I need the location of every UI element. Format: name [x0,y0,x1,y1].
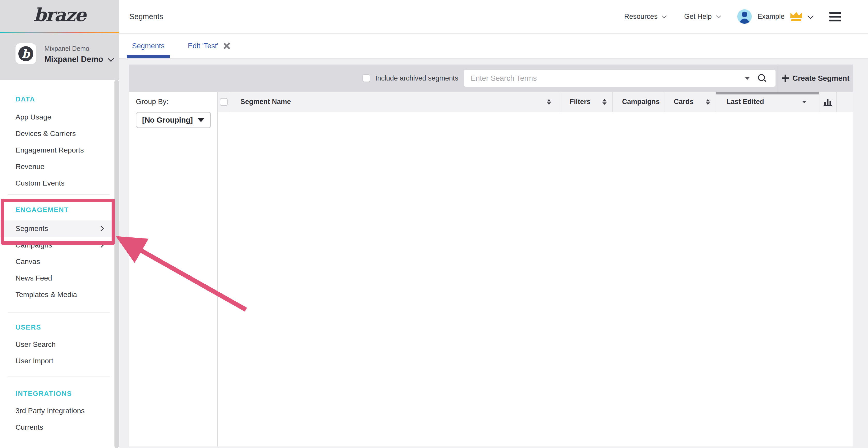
braze-logo: braze [0,4,119,26]
page-title: Segments [129,12,163,21]
column-campaigns[interactable]: Campaigns [612,92,664,112]
chevron-down-icon [108,56,114,62]
get-help-menu[interactable]: Get Help [684,13,720,21]
section-header-integrations: INTEGRATIONS [0,385,119,402]
sidebar-item-devices-carriers[interactable]: Devices & Carriers [0,126,119,142]
workspace-logo-icon: b [18,46,33,61]
hamburger-menu-icon[interactable] [829,12,841,22]
section-header-users: USERS [0,319,119,336]
chevron-down-icon[interactable] [807,13,813,19]
column-label: Segment Name [241,98,291,106]
search-dropdown-caret-icon[interactable] [745,77,750,80]
column-last-edited[interactable]: Last Edited [716,92,819,112]
sidebar-item-engagement-reports[interactable]: Engagement Reports [0,142,119,159]
sidebar-divider [8,194,110,195]
column-label: Last Edited [726,98,764,106]
sidebar-item-user-import[interactable]: User Import [0,353,119,369]
person-icon [742,12,747,17]
sidebar-item-app-usage[interactable]: App Usage [0,109,119,126]
sidebar-item-news-feed[interactable]: News Feed [0,270,119,286]
braze-dashboard: braze b Mixpanel Demo Mixpanel Demo DATA… [0,0,868,448]
column-cards[interactable]: Cards [664,92,716,112]
group-by-panel: Group By: [No Grouping] [129,92,218,446]
user-name: Example [757,13,784,21]
sidebar-item-custom-events[interactable]: Custom Events [0,175,119,192]
sidebar-item-campaigns[interactable]: Campaigns [0,237,119,253]
tab-label: Segments [132,42,164,50]
column-analytics[interactable] [819,92,836,112]
resources-label: Resources [624,13,657,21]
segments-toolbar: Include archived segments Create Segment [129,65,853,92]
sidebar-header: braze b Mixpanel Demo Mixpanel Demo [0,0,119,80]
group-by-value: [No Grouping] [142,116,193,125]
search-input[interactable] [464,70,776,87]
resources-menu[interactable]: Resources [624,13,666,21]
segments-table: Segment Name Filters Campaigns Cards [218,92,853,446]
header-filler-cell [836,92,853,112]
workspace-name-label: Mixpanel Demo [44,55,103,64]
close-icon[interactable] [223,43,230,49]
section-header-engagement: ENGAGEMENT [0,202,119,218]
include-archived-checkbox[interactable] [363,74,370,82]
chevron-right-icon [98,226,104,231]
table-header: Segment Name Filters Campaigns Cards [218,92,853,112]
get-help-label: Get Help [684,13,712,21]
sidebar-nav: DATA App Usage Devices & Carriers Engage… [0,80,119,448]
group-by-select[interactable]: [No Grouping] [136,112,211,128]
segments-panel: Include archived segments Create Segment… [129,65,853,446]
create-segment-button[interactable]: Create Segment [778,65,853,92]
sidebar: braze b Mixpanel Demo Mixpanel Demo DATA… [0,0,119,448]
group-by-label: Group By: [136,98,217,106]
sidebar-scrollbar[interactable] [115,80,119,448]
column-filters[interactable]: Filters [560,92,612,112]
column-label: Filters [570,98,591,106]
tab-label: Edit 'Test' [188,42,218,50]
sort-icon[interactable] [602,99,607,105]
column-label: Campaigns [622,98,660,106]
sidebar-item-revenue[interactable]: Revenue [0,159,119,175]
chevron-down-icon [716,13,721,18]
sidebar-item-label: Segments [16,225,48,233]
crown-icon [790,12,802,21]
user-avatar[interactable] [737,9,752,24]
select-all-checkbox[interactable] [220,98,227,106]
section-header-data: DATA [0,91,119,107]
sidebar-item-canvas[interactable]: Canvas [0,253,119,270]
tab-edit-test[interactable]: Edit 'Test' [183,34,235,58]
sidebar-item-templates-media[interactable]: Templates & Media [0,286,119,303]
table-body-empty [218,112,853,446]
chevron-down-icon [662,13,667,18]
caret-down-icon [197,118,205,122]
tab-bar: Segments Edit 'Test' [119,34,868,59]
person-icon [740,19,749,24]
top-bar-right: Resources Get Help Example [624,9,841,24]
chevron-right-icon [98,242,104,248]
sidebar-item-label: Campaigns [16,241,52,249]
column-label: Cards [674,98,693,106]
workspace-company: Mixpanel Demo [44,45,113,53]
top-bar: Segments Resources Get Help Example [119,0,868,34]
create-segment-label: Create Segment [793,74,850,82]
sort-icon[interactable] [547,99,551,105]
brand-gradient-divider [0,32,119,33]
tab-segments[interactable]: Segments [127,34,170,58]
header-checkbox-cell [218,92,230,112]
sort-icon[interactable] [706,99,710,105]
workspace-name: Mixpanel Demo [44,55,113,64]
search-icon[interactable] [758,74,766,82]
workspace-meta: Mixpanel Demo Mixpanel Demo [44,43,113,64]
include-archived-label: Include archived segments [375,74,458,82]
segments-main: Group By: [No Grouping] Segment Name [129,92,853,446]
workspace-avatar: b [16,43,36,64]
sidebar-item-segments[interactable]: Segments [0,220,119,237]
caret-down-icon [802,101,807,103]
sidebar-item-currents[interactable]: Currents [0,419,119,436]
sidebar-item-3rd-party-integrations[interactable]: 3rd Party Integrations [0,403,119,419]
plus-icon [782,75,789,82]
column-segment-name[interactable]: Segment Name [230,92,560,112]
workspace-switcher[interactable]: b Mixpanel Demo Mixpanel Demo [16,43,113,64]
sidebar-item-user-search[interactable]: User Search [0,336,119,353]
search-field-wrap [464,70,776,87]
bar-chart-icon [824,98,832,106]
